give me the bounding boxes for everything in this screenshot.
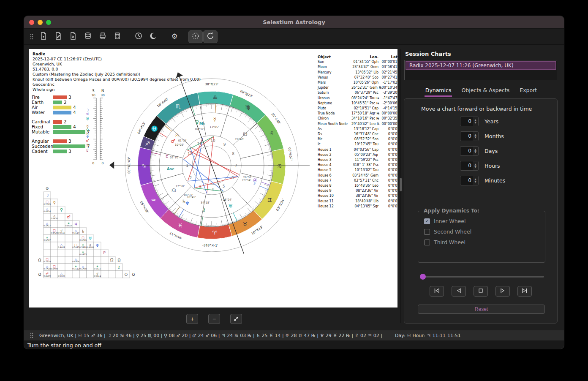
chart-database-button[interactable]: [81, 30, 95, 43]
svg-text:℧: ℧: [125, 272, 128, 277]
planet-venus: ♀: [195, 119, 199, 125]
moon-icon: [149, 32, 158, 41]
svg-text:0:1A07: 0:1A07: [44, 239, 51, 241]
tally-air: Air4: [32, 105, 90, 110]
rotate-wheel-toggle-button[interactable]: [203, 30, 218, 43]
slider-track[interactable]: [420, 276, 544, 278]
zoom-out-button[interactable]: −: [208, 314, 220, 324]
reset-button[interactable]: Reset: [418, 305, 545, 314]
moon-phase-button[interactable]: [146, 30, 161, 43]
object-row: Mercury13°05'32" Lib02°21'45": [318, 70, 397, 75]
days-spinner-arrows[interactable]: ▲▼: [473, 147, 478, 155]
hours-spinner-arrows[interactable]: ▲▼: [473, 161, 478, 170]
object-table: ObjectLon.Lat.Sun01°34'55" Oph00°00'01"M…: [318, 54, 397, 209]
months-spinner-arrows[interactable]: ▲▼: [473, 132, 478, 141]
inner-wheel-checkbox[interactable]: ✓: [424, 218, 430, 224]
svg-text:0:0S35: 0:0S35: [79, 253, 87, 256]
minimize-window-button[interactable]: [38, 20, 43, 25]
svg-text:0:1S10: 0:1S10: [72, 232, 79, 234]
declination-scale: SN303000☽♃♅☿♀♄♆♂☉♇: [83, 88, 109, 167]
svg-text:♎: ♎: [213, 94, 218, 101]
svg-text:0: 0: [102, 161, 104, 165]
svg-text:34°18': 34°18': [201, 201, 210, 204]
planet-mercury: ☿: [213, 117, 216, 122]
object-row: House 311°59'22" Psc0°0'0": [318, 158, 397, 163]
play-back-button[interactable]: [452, 286, 466, 297]
skip-back-button[interactable]: [430, 286, 444, 297]
object-row: House 205°09'23" Aqr0°0'0": [318, 152, 397, 158]
session-chart-list[interactable]: Radix 2025-12-07 11:26 (Greenwich, UK): [404, 60, 557, 80]
slider-thumb[interactable]: [420, 274, 426, 280]
second-wheel-checkbox[interactable]: [424, 229, 430, 235]
play-forward-button[interactable]: [495, 286, 510, 297]
session-chart-item[interactable]: Radix 2025-12-07 11:26 (Greenwich, UK): [406, 61, 556, 70]
object-row: House 1204°13'05" Sgr0°0'0": [318, 204, 397, 209]
svg-text:♊: ♊: [267, 197, 272, 203]
tab-export[interactable]: Export: [519, 86, 538, 97]
svg-text:04°♐13': 04°♐13': [137, 121, 147, 135]
panel-splitter[interactable]: [400, 49, 401, 323]
ephemeris-button[interactable]: [110, 30, 125, 43]
dynamics-heading: Move a chart forward or backward in time: [421, 106, 532, 112]
svg-text:♐: ♐: [145, 141, 150, 147]
chart-canvas[interactable]: ♑♒♓♈♉♊♋♌♍♎♏⛎♐123456789101112☉01°34'☽23°3…: [29, 49, 397, 308]
close-window-button[interactable]: [29, 20, 34, 25]
stop-button[interactable]: [474, 286, 488, 297]
time-now-button[interactable]: [131, 30, 146, 43]
months-input[interactable]: 0▲▼: [460, 131, 479, 141]
toolbar-grip-icon[interactable]: [27, 33, 36, 40]
tally-cardinal: Cardinal2: [32, 119, 90, 124]
svg-text:☉: ☉: [86, 143, 89, 147]
hours-label: Hours: [485, 163, 500, 169]
ascendant-label: Asc: [167, 167, 174, 171]
planet-sun: ☉: [174, 133, 179, 139]
planet-true-node: ☊: [172, 188, 176, 193]
third-wheel-checkbox[interactable]: [424, 239, 430, 245]
hours-input[interactable]: 0▲▼: [460, 161, 479, 171]
titlebar: Selestium Astrology: [24, 16, 564, 29]
planet-neptune: ♆: [185, 201, 190, 207]
svg-text:0:5S18: 0:5S18: [79, 246, 87, 248]
window-title: Selestium Astrology: [263, 19, 325, 25]
star-ring-toggle-button[interactable]: [188, 30, 203, 43]
tab-objects-aspects[interactable]: Objects & Aspects: [460, 86, 510, 97]
transport-controls: [404, 286, 557, 297]
days-input[interactable]: 0▲▼: [460, 146, 479, 156]
svg-text:5: 5: [223, 184, 225, 188]
object-row: Jupiter26°52'31" Gem ℞00°10'34": [318, 85, 397, 90]
close-chart-button[interactable]: [66, 30, 80, 43]
svg-text:2: 2: [189, 176, 192, 180]
dynamics-card: Move a chart forward or backward in time…: [404, 98, 558, 324]
skip-forward-button[interactable]: [517, 286, 532, 297]
statusbar-grip-icon[interactable]: [27, 332, 36, 339]
object-row: Sun01°34'55" Oph00°00'01": [318, 60, 397, 65]
fit-chart-button[interactable]: [230, 314, 242, 324]
svg-text:⚷: ⚷: [117, 265, 120, 269]
zoom-in-button[interactable]: +: [186, 314, 198, 324]
new-chart-button[interactable]: [36, 30, 51, 43]
time-slider[interactable]: [420, 274, 544, 280]
years-spinner-arrows[interactable]: ▲▼: [473, 117, 478, 126]
tab-dynamics[interactable]: Dynamics: [425, 86, 452, 97]
svg-text:♂: ♂: [86, 139, 89, 143]
day-hour-readout: Day: ☉ Hour: ♃ 11:11-11:51: [395, 333, 461, 338]
status-bar: Greenwich, UK | ☉ 15 ♐ 36 | ☽ 20 ♋ 46 | …: [24, 330, 564, 340]
planet-uranus: ♅: [228, 204, 233, 210]
svg-text:0:0A13: 0:0A13: [58, 232, 65, 234]
tally-angular: Angular3: [32, 139, 90, 144]
years-input[interactable]: 0▲▼: [460, 117, 479, 126]
session-tabs: Dynamics Objects & Aspects Export: [403, 86, 559, 97]
splitter-handle-icon[interactable]: [400, 178, 402, 191]
minutes-input[interactable]: 0▲▼: [460, 176, 479, 185]
svg-text:♂: ♂: [67, 215, 71, 219]
minutes-spinner-arrows[interactable]: ▲▼: [473, 176, 478, 185]
edit-chart-button[interactable]: [51, 30, 65, 43]
maximize-window-button[interactable]: [46, 20, 51, 25]
object-row: Moon23°34'47" Gem03°58'41": [318, 65, 397, 70]
settings-button[interactable]: ⚙: [167, 30, 182, 43]
time-field-days: 0▲▼Days: [460, 146, 505, 156]
object-row: Ic19°17'45" Tau0°0'0": [318, 142, 397, 147]
print-button[interactable]: [95, 30, 110, 43]
planet-jupiter: ♃: [253, 177, 257, 183]
svg-text:03°♋57': 03°♋57': [288, 147, 293, 161]
